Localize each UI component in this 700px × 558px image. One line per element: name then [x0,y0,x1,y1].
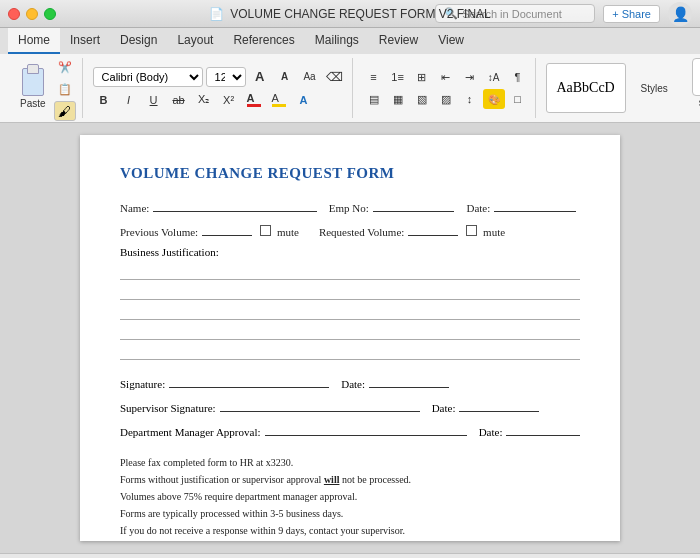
sup-date-label: Date: [432,402,456,414]
tab-review[interactable]: Review [369,28,428,54]
tab-view[interactable]: View [428,28,474,54]
borders-button[interactable]: □ [507,89,529,109]
shading-button[interactable]: 🎨 [483,89,505,109]
dept-date-label: Date: [479,426,503,438]
mute2-container: mute [466,225,505,238]
align-right-button[interactable]: ▧ [411,89,433,109]
emp-field[interactable] [373,198,455,212]
traffic-lights[interactable] [8,8,56,20]
cut-button[interactable]: ✂️ [54,57,76,77]
clear-format-button[interactable]: ⌫ [324,67,346,87]
font-size-select[interactable]: 12 [206,67,246,87]
text-effect-button[interactable]: A [293,90,315,110]
biz-just-line-3[interactable] [120,302,580,320]
tab-references[interactable]: References [223,28,304,54]
grow-font-button[interactable]: A [249,67,271,87]
clipboard-tools: ✂️ 📋 🖌 [54,57,76,121]
styles-gallery[interactable]: AaBbCcD [546,63,626,113]
align-left-button[interactable]: ▤ [363,89,385,109]
shrink-font-button[interactable]: A [274,67,296,87]
font-controls: Calibri (Body) 12 A A Aa ⌫ B I U ab X₂ [93,67,346,110]
list-buttons: ≡ 1≡ ⊞ ⇤ ⇥ ↕A ¶ ▤ ▦ ▧ ▨ ↕ 🎨 □ [363,67,529,109]
sig-field[interactable] [169,374,329,388]
multilevel-list-button[interactable]: ⊞ [411,67,433,87]
ribbon: Home Insert Design Layout References Mai… [0,28,700,123]
dept-approval-row: Department Manager Approval: Date: [120,422,580,438]
styles-pane-button[interactable]: A StylesPane [683,53,700,123]
format-painter-button[interactable]: 🖌 [54,101,76,121]
tab-insert[interactable]: Insert [60,28,110,54]
font-color-button[interactable]: A [243,90,265,110]
volume-row: Previous Volume: mute Requested Volume: … [120,222,580,238]
biz-just-line-5[interactable] [120,342,580,360]
paragraph-group: ≡ 1≡ ⊞ ⇤ ⇥ ↕A ¶ ▤ ▦ ▧ ▨ ↕ 🎨 □ [357,58,536,118]
window-title: VOLUME CHANGE REQUEST FORM V2 FINAL [230,7,491,21]
checkbox-mute1-container: mute [260,225,299,238]
prev-volume-field[interactable] [202,222,252,236]
notice-line-1: Please fax completed form to HR at x3230… [120,454,580,471]
biz-just-lines[interactable] [120,262,580,360]
paste-button[interactable]: Paste [14,66,52,111]
biz-just-line-2[interactable] [120,282,580,300]
line-spacing-button[interactable]: ↕ [459,89,481,109]
copy-button[interactable]: 📋 [54,79,76,99]
fullscreen-button[interactable] [44,8,56,20]
share-button[interactable]: + Share [603,5,660,23]
notice-will: will [324,474,340,485]
name-field[interactable] [153,198,316,212]
paste-label: Paste [20,98,46,109]
form-title: VOLUME CHANGE REQUEST FORM [120,165,580,182]
font-row1: Calibri (Body) 12 A A Aa ⌫ [93,67,346,87]
document-page: VOLUME CHANGE REQUEST FORM Name: Emp No:… [80,135,620,541]
mute2-checkbox[interactable] [466,225,477,236]
show-para-button[interactable]: ¶ [507,67,529,87]
align-center-button[interactable]: ▦ [387,89,409,109]
font-family-select[interactable]: Calibri (Body) [93,67,203,87]
sort-button[interactable]: ↕A [483,67,505,87]
tab-design[interactable]: Design [110,28,167,54]
user-avatar[interactable]: 👤 [668,2,692,26]
superscript-button[interactable]: X² [218,90,240,110]
paste-icon [22,68,44,96]
sup-date-field[interactable] [459,398,539,412]
highlight-button[interactable]: A [268,90,290,110]
mute1-checkbox[interactable] [260,225,271,236]
window-title-area: 📄 VOLUME CHANGE REQUEST FORM V2 FINAL [209,7,491,21]
subscript-button[interactable]: X₂ [193,90,215,110]
dept-date-field[interactable] [506,422,580,436]
dept-label: Department Manager Approval: [120,426,261,438]
bold-button[interactable]: B [93,90,115,110]
spacer [120,364,580,374]
paste-group: Paste ✂️ 📋 🖌 [8,58,83,118]
tab-layout[interactable]: Layout [167,28,223,54]
justify-button[interactable]: ▨ [435,89,457,109]
biz-just-label: Business Justification: [120,246,580,258]
styles-group: AaBbCcD Styles A StylesPane [540,58,700,118]
req-volume-field[interactable] [408,222,458,236]
date-field[interactable] [494,198,576,212]
italic-button[interactable]: I [118,90,140,110]
minimize-button[interactable] [26,8,38,20]
biz-just-line-1[interactable] [120,262,580,280]
bullet-list-button[interactable]: ≡ [363,67,385,87]
sup-sig-label: Supervisor Signature: [120,402,216,414]
underline-button[interactable]: U [143,90,165,110]
change-case-button[interactable]: Aa [299,67,321,87]
increase-indent-button[interactable]: ⇥ [459,67,481,87]
emp-label: Emp No: [329,202,369,214]
font-group: Calibri (Body) 12 A A Aa ⌫ B I U ab X₂ [87,58,353,118]
dept-approval-field[interactable] [265,422,467,436]
sig-date-field[interactable] [369,374,449,388]
biz-just-line-4[interactable] [120,322,580,340]
signature-row: Signature: Date: [120,374,580,390]
sup-sig-field[interactable] [220,398,420,412]
strikethrough-button[interactable]: ab [168,90,190,110]
name-label: Name: [120,202,149,214]
numbered-list-button[interactable]: 1≡ [387,67,409,87]
styles-button[interactable]: Styles [632,78,677,99]
close-button[interactable] [8,8,20,20]
tab-mailings[interactable]: Mailings [305,28,369,54]
tab-home[interactable]: Home [8,28,60,54]
decrease-indent-button[interactable]: ⇤ [435,67,457,87]
status-bar: Page 1 of 1 85 Words 📊 English (US) ⚑ | … [0,553,700,558]
